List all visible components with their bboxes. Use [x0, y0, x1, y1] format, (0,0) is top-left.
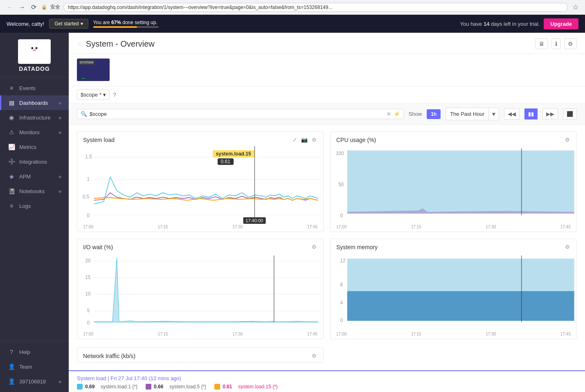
- scope-dropdown-icon: ▾: [103, 92, 106, 98]
- sidebar-label-help: Help: [19, 349, 62, 355]
- cpu-usage-header: CPU usage (%) ⚙: [331, 132, 576, 146]
- sidebar-item-account[interactable]: 👤 397106818 ▶: [0, 374, 69, 389]
- get-started-button[interactable]: Get started ▾: [49, 19, 88, 29]
- legend-val-1: 0.66: [154, 384, 167, 390]
- url-bar-input[interactable]: https://app.datadoghq.com/dash/integrati…: [63, 3, 568, 12]
- scope-label: $scope: [81, 92, 98, 98]
- scope-help-icon[interactable]: ?: [113, 92, 116, 98]
- svg-point-5: [36, 47, 38, 49]
- svg-text:0: 0: [340, 318, 343, 323]
- browser-chrome: ← → ⟳ 🔒 安全 https://app.datadoghq.com/das…: [0, 0, 585, 15]
- gear-memory-button[interactable]: ⚙: [564, 243, 571, 251]
- scope-value: *: [99, 92, 101, 98]
- time-range-caret-icon[interactable]: ▾: [488, 108, 499, 120]
- time-back-button[interactable]: ◀◀: [504, 108, 520, 119]
- gear-io-button[interactable]: ⚙: [311, 243, 317, 251]
- search-input[interactable]: [90, 111, 384, 117]
- notebooks-icon: 📓: [8, 188, 15, 194]
- io-wait-header: I/O wait (%) ⚙: [77, 239, 323, 253]
- info-button[interactable]: ℹ: [551, 38, 561, 49]
- cpu-usage-body: 100 50 0: [331, 146, 576, 224]
- back-button[interactable]: ←: [5, 3, 15, 12]
- sidebar-item-apm[interactable]: ◈ APM ▶: [0, 169, 69, 184]
- scope-select[interactable]: $scope * ▾: [77, 90, 110, 100]
- logo-text: DATADOG: [19, 65, 50, 72]
- forward-button[interactable]: →: [17, 3, 27, 12]
- sidebar-item-monitors[interactable]: ⚠ Monitors ▶: [0, 125, 69, 140]
- time-range-select[interactable]: The Past Hour ▾: [446, 108, 499, 120]
- search-power-icon[interactable]: ⚡: [394, 111, 400, 117]
- sidebar-item-team[interactable]: 👤 Team: [0, 359, 69, 374]
- sidebar-item-notebooks[interactable]: 📓 Notebooks ▶: [0, 184, 69, 198]
- security-label: 安全: [50, 4, 60, 11]
- dashboards-chevron-icon: ▶: [59, 101, 62, 105]
- expand-chart-button[interactable]: ⤢: [292, 136, 298, 144]
- page-header: ☆ System - Overview 🖥 ℹ ⚙: [69, 33, 585, 54]
- sidebar-item-dashboards[interactable]: ▤ Dashboards ▶: [0, 95, 69, 110]
- integrations-icon: ➕: [8, 158, 15, 165]
- svg-point-4: [31, 47, 33, 49]
- svg-point-6: [33, 49, 36, 51]
- progress-text: You are 67% done setting up.: [93, 20, 159, 25]
- svg-text:0: 0: [87, 213, 90, 219]
- top-bar: Welcome, catty! Get started ▾ You are 67…: [0, 15, 585, 33]
- sidebar-label-account: 397106818: [19, 378, 55, 385]
- gear-network-button[interactable]: ⚙: [311, 352, 317, 360]
- sidebar-item-logs[interactable]: ≡ Logs: [0, 198, 69, 213]
- refresh-button[interactable]: ⟳: [29, 2, 38, 12]
- sidebar-item-metrics[interactable]: 📈 Metrics: [0, 140, 69, 154]
- sidebar-logo: DATADOG: [0, 33, 69, 77]
- sidebar-label-metrics: Metrics: [19, 144, 62, 150]
- events-icon: ≡: [8, 85, 15, 91]
- time-pause-button[interactable]: ▮▮: [524, 108, 538, 119]
- io-wait-title: I/O wait (%): [83, 244, 113, 250]
- infrastructure-icon: ◉: [8, 114, 15, 121]
- partial-chart-row: Network traffic (kb/s) ⚙: [77, 346, 577, 363]
- gear-cpu-button[interactable]: ⚙: [564, 136, 571, 144]
- sidebar-item-help[interactable]: ? Help: [0, 345, 69, 359]
- legend-val-2: 0.61: [223, 384, 236, 390]
- notebooks-chevron-icon: ▶: [59, 189, 62, 194]
- sidebar-label-team: Team: [19, 364, 62, 370]
- logs-icon: ≡: [8, 203, 15, 209]
- sidebar-label-logs: Logs: [19, 203, 62, 209]
- sidebar-item-infrastructure[interactable]: ◉ Infrastructure ▶: [0, 110, 69, 125]
- progress-bar-fill: [93, 26, 137, 28]
- sidebar-label-apm: APM: [19, 173, 55, 180]
- chart-tooltip-label: system.load.15: [213, 150, 254, 158]
- bookmark-button[interactable]: ☆: [571, 2, 580, 12]
- cpu-actions: ⚙: [564, 136, 571, 144]
- svg-text:0: 0: [87, 320, 90, 326]
- time-range-text: The Past Hour: [446, 109, 488, 119]
- apm-chevron-icon: ▶: [59, 174, 62, 179]
- camera-chart-button[interactable]: 📷: [300, 136, 308, 144]
- time-1h-button[interactable]: 1h: [427, 109, 441, 119]
- system-memory-title: System memory: [336, 244, 378, 250]
- time-forward-button[interactable]: ▶▶: [542, 108, 558, 119]
- svg-text:0: 0: [340, 213, 343, 219]
- memory-x-labels: 17:00 17:15 17:30 17:45: [331, 331, 576, 339]
- screenshot-button[interactable]: ⬛: [563, 108, 577, 119]
- svg-marker-39: [347, 259, 574, 291]
- svg-text:8: 8: [340, 282, 343, 288]
- search-wrap: 🔍 ✕ ⚡: [77, 109, 404, 119]
- search-time-bar: 🔍 ✕ ⚡ Show 1h The Past Hour ▾ ◀◀ ▮▮ ▶▶ ⬛: [69, 104, 585, 125]
- svg-text:50: 50: [338, 182, 344, 187]
- svg-text:20: 20: [85, 258, 91, 264]
- charts-area: System load ⤢ 📷 ⚙ 1.5 1 0.5: [69, 125, 585, 370]
- account-chevron-icon: ▶: [59, 379, 62, 384]
- favorite-star-icon[interactable]: ☆: [77, 40, 83, 48]
- sidebar-label-events: Events: [19, 85, 62, 91]
- search-clear-icon[interactable]: ✕: [387, 111, 391, 117]
- svg-rect-7: [30, 59, 32, 62]
- svg-text:10: 10: [85, 291, 91, 297]
- sidebar-item-events[interactable]: ≡ Events: [0, 81, 69, 95]
- preview-thumbnail[interactable]: SYSTEM _: [77, 59, 110, 81]
- settings-button[interactable]: ⚙: [564, 38, 577, 49]
- upgrade-button[interactable]: Upgrade: [544, 18, 578, 29]
- charts-grid: System load ⤢ 📷 ⚙ 1.5 1 0.5: [77, 131, 577, 339]
- sidebar-item-integrations[interactable]: ➕ Integrations: [0, 154, 69, 169]
- gear-system-load-button[interactable]: ⚙: [311, 136, 317, 144]
- monitor-button[interactable]: 🖥: [535, 38, 548, 49]
- chart-tooltip-value: 0.61: [218, 158, 234, 165]
